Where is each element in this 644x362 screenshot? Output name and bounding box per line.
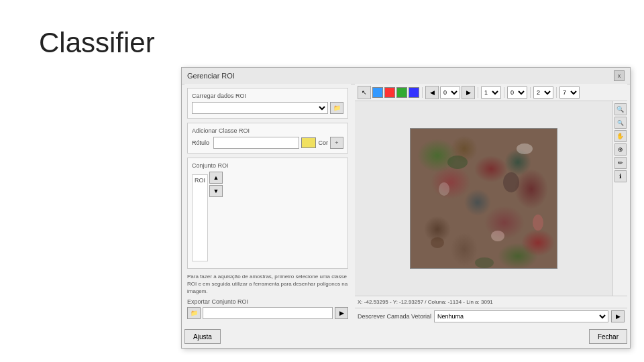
toolbar-select-3[interactable]: 0: [507, 86, 527, 99]
side-zoom-out-button[interactable]: 🔍: [614, 117, 627, 129]
toolbar-select-2[interactable]: 1: [481, 86, 501, 99]
describe-row: Descrever Camada Vetorial Nenhuma ▶: [355, 308, 627, 324]
svg-point-6: [503, 172, 519, 192]
export-browse-button[interactable]: 📁: [187, 307, 201, 319]
load-roi-row: 📁: [192, 102, 343, 114]
instruction-text: Para fazer a aquisição de amostras, prim…: [187, 273, 348, 296]
svg-point-4: [533, 215, 543, 231]
svg-rect-0: [411, 129, 557, 269]
image-container[interactable]: [355, 101, 612, 296]
add-class-row: Rótulo Cor +: [192, 137, 343, 149]
roi-scroll-up[interactable]: ▲: [209, 172, 223, 184]
load-roi-select[interactable]: [192, 102, 328, 114]
side-draw-button[interactable]: ✏: [614, 157, 627, 169]
toolbar-prev-button[interactable]: ◀: [425, 86, 439, 99]
side-zoom-in-button[interactable]: 🔍: [614, 103, 627, 115]
toolbar-color-red: [384, 87, 395, 98]
coordinates-text: X: -42.53295 - Y: -12.93257 / Coluna: -1…: [358, 299, 493, 305]
dialog-close-button[interactable]: x: [614, 70, 625, 81]
add-class-section: Adicionar Classe ROI Rótulo Cor +: [187, 123, 348, 154]
toolbar-next-button[interactable]: ▶: [462, 86, 475, 99]
toolbar-pointer-button[interactable]: ↖: [358, 86, 371, 99]
satellite-svg-overlay: [411, 129, 557, 269]
toolbar-separator-2: [478, 87, 478, 98]
roi-list[interactable]: ROI: [192, 174, 208, 261]
folder-icon-export: 📁: [191, 310, 198, 316]
toolbar-select-1[interactable]: 0: [440, 86, 460, 99]
load-roi-section: Carregar dados ROI 📁: [187, 88, 348, 119]
describe-action-button[interactable]: ▶: [611, 310, 625, 322]
side-info-button[interactable]: ℹ: [614, 170, 627, 182]
side-pan-button[interactable]: ✋: [614, 130, 627, 142]
side-toolbar: 🔍 🔍 ✋ ⊕ ✏ ℹ: [612, 101, 627, 296]
roi-set-label: Conjunto ROI: [192, 162, 343, 169]
left-panel: Carregar dados ROI 📁 Adicionar Classe RO…: [184, 84, 351, 324]
ajustar-button[interactable]: Ajusta: [184, 329, 221, 344]
export-label: Exportar Conjunto ROI: [187, 298, 348, 305]
toolbar-color-green: [396, 87, 407, 98]
page-title: Classifier: [39, 27, 155, 59]
svg-point-5: [447, 156, 468, 169]
folder-icon: 📁: [333, 105, 341, 111]
roi-set-section: Conjunto ROI ROI ▲ ▼: [187, 158, 348, 269]
bottom-buttons: Ajusta Fechar: [184, 329, 627, 344]
roi-header: ROI: [195, 177, 205, 184]
toolbar-separator-5: [556, 87, 557, 98]
dialog-titlebar: Gerenciar ROI x: [182, 68, 630, 84]
svg-point-3: [491, 231, 504, 241]
describe-select[interactable]: Nenhuma: [434, 310, 608, 322]
load-roi-label: Carregar dados ROI: [192, 93, 343, 99]
cor-label: Cor: [318, 139, 328, 146]
toolbar-separator-4: [530, 87, 531, 98]
export-path-input[interactable]: [203, 307, 333, 319]
export-row: 📁 ▶: [187, 307, 348, 319]
dialog-window: Gerenciar ROI x Carregar dados ROI 📁 Adi…: [181, 67, 631, 349]
add-class-button[interactable]: +: [330, 137, 343, 149]
status-bar: X: -42.53295 - Y: -12.93257 / Coluna: -1…: [355, 296, 627, 308]
toolbar-row: ↖ ◀ 0 ▶ 1 0 2 7: [355, 84, 627, 101]
rotulo-label: Rótulo: [192, 139, 209, 146]
right-panel: ↖ ◀ 0 ▶ 1 0 2 7: [355, 84, 627, 324]
roi-scroll-down[interactable]: ▼: [209, 185, 223, 197]
describe-label: Descrever Camada Vetorial: [358, 313, 431, 320]
toolbar-separator-3: [504, 87, 504, 98]
toolbar-color-darkblue: [409, 87, 419, 98]
toolbar-select-5[interactable]: 7: [559, 86, 580, 99]
toolbar-separator-1: [422, 87, 423, 98]
svg-point-7: [431, 237, 444, 248]
toolbar-select-4[interactable]: 2: [533, 86, 553, 99]
rotulo-input[interactable]: [213, 137, 299, 149]
color-swatch[interactable]: [301, 137, 316, 148]
svg-point-2: [439, 182, 449, 196]
toolbar-color-blue: [372, 87, 383, 98]
image-area: 🔍 🔍 ✋ ⊕ ✏ ℹ: [355, 101, 627, 296]
add-class-label: Adicionar Classe ROI: [192, 127, 343, 134]
satellite-image: [410, 128, 557, 269]
export-section: Exportar Conjunto ROI 📁 ▶: [187, 298, 348, 319]
svg-point-1: [517, 143, 533, 154]
dialog-title: Gerenciar ROI: [187, 72, 235, 80]
fechar-button[interactable]: Fechar: [589, 329, 627, 344]
load-roi-browse-button[interactable]: 📁: [330, 102, 343, 114]
side-select-button[interactable]: ⊕: [614, 143, 627, 156]
export-run-button[interactable]: ▶: [335, 307, 348, 319]
svg-point-8: [475, 257, 494, 268]
